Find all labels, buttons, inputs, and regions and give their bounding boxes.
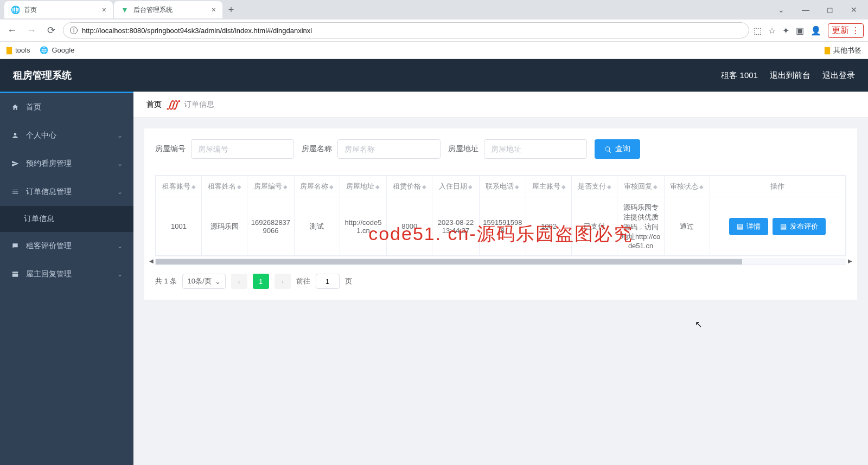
sort-icon: ◆ <box>561 184 566 190</box>
browser-chrome: 🌐 首页 × ▼ 后台管理系统 × + ⌄ — ◻ ✕ ← → ⟳ i http… <box>0 0 868 59</box>
header-front[interactable]: 退出到前台 <box>770 70 810 81</box>
th-status[interactable]: 审核状态◆ <box>664 176 710 197</box>
th-house-no[interactable]: 房屋编号◆ <box>247 176 294 197</box>
submenu-order-info[interactable]: 订单信息 <box>0 206 133 232</box>
reading-list-icon[interactable]: ▣ <box>796 25 804 36</box>
extensions-icon[interactable]: ✦ <box>782 25 789 36</box>
header-right: 租客 1001 退出到前台 退出登录 <box>721 70 855 81</box>
cell-phone: 15915915988 <box>479 197 526 256</box>
back-button[interactable]: ← <box>4 23 20 38</box>
update-badge[interactable]: 更新 ⋮ <box>828 23 864 38</box>
goto-page-input[interactable] <box>316 274 340 289</box>
close-window-icon[interactable]: ✕ <box>846 3 861 16</box>
globe-icon: 🌐 <box>40 46 48 54</box>
publish-review-button[interactable]: ▤ 发布评价 <box>773 218 826 235</box>
menu-reply[interactable]: 屋主回复管理 ⌄ <box>0 260 133 288</box>
pagination-total: 共 1 条 <box>155 276 177 286</box>
data-table: 租客账号◆ 租客姓名◆ 房屋编号◆ 房屋名称◆ 房屋地址◆ 租赁价格◆ 入住日期… <box>156 176 846 256</box>
close-icon[interactable]: × <box>102 5 106 14</box>
cell-rent: 8000 <box>387 197 432 256</box>
detail-icon: ▤ <box>737 222 743 230</box>
pagination: 共 1 条 10条/页 ⌄ ‹ 1 › 前往 页 <box>155 274 846 289</box>
search-field-house-name: 房屋名称 <box>302 139 441 159</box>
minimize-icon[interactable]: — <box>797 3 814 16</box>
bookmark-google[interactable]: 🌐 Google <box>40 46 74 54</box>
input-house-name[interactable] <box>337 139 441 159</box>
horizontal-scrollbar[interactable]: ◀ ▶ <box>155 259 846 265</box>
chevron-down-icon: ⌄ <box>215 277 221 286</box>
th-rent[interactable]: 租赁价格◆ <box>387 176 432 197</box>
th-owner-account[interactable]: 屋主账号◆ <box>526 176 572 197</box>
cell-ops: ▤ 详情 ▤ 发布评价 <box>710 197 845 256</box>
search-field-house-addr: 房屋地址 <box>448 139 587 159</box>
star-icon[interactable]: ☆ <box>768 25 776 36</box>
th-house-addr[interactable]: 房屋地址◆ <box>340 176 386 197</box>
next-page-button[interactable]: › <box>275 274 291 289</box>
header-user[interactable]: 租客 1001 <box>721 70 758 81</box>
th-paid[interactable]: 是否支付◆ <box>572 176 617 197</box>
cell-tenant-account: 1001 <box>156 197 202 256</box>
globe-icon: 🌐 <box>11 5 20 14</box>
breadcrumb-separator-icon: ∭ <box>167 99 178 111</box>
browser-tab-0[interactable]: 🌐 首页 × <box>4 1 113 18</box>
th-phone[interactable]: 联系电话◆ <box>479 176 526 197</box>
th-house-name[interactable]: 房屋名称◆ <box>294 176 340 197</box>
breadcrumb-home[interactable]: 首页 <box>146 100 162 109</box>
menu-appointment[interactable]: 预约看房管理 ⌄ <box>0 150 133 178</box>
detail-button[interactable]: ▤ 详情 <box>729 218 768 235</box>
sort-icon: ◆ <box>283 184 288 190</box>
scrollbar-thumb[interactable] <box>156 259 742 264</box>
home-icon <box>11 104 20 111</box>
sort-icon: ◆ <box>422 184 426 190</box>
review-icon: ▤ <box>780 222 787 230</box>
tab-title: 首页 <box>24 5 37 15</box>
vue-icon: ▼ <box>120 5 129 14</box>
review-icon <box>11 242 20 250</box>
prev-page-button[interactable]: ‹ <box>231 274 247 289</box>
bookmark-tools[interactable]: ▇ tools <box>7 46 30 54</box>
th-checkin[interactable]: 入住日期◆ <box>432 176 479 197</box>
search-button[interactable]: 查询 <box>595 139 640 159</box>
search-row: 房屋编号 房屋名称 房屋地址 查询 <box>155 139 846 159</box>
forward-button[interactable]: → <box>24 23 39 38</box>
chevron-down-icon: ⌄ <box>117 188 123 196</box>
chevron-down-icon: ⌄ <box>117 242 123 250</box>
menu-order[interactable]: 订单信息管理 ⌄ <box>0 178 133 206</box>
th-ops: 操作 <box>710 176 845 197</box>
input-house-no[interactable] <box>191 139 294 159</box>
search-icon <box>604 145 612 153</box>
menu-home[interactable]: 首页 <box>0 93 133 121</box>
scroll-left-icon[interactable]: ◀ <box>149 258 154 264</box>
scroll-right-icon[interactable]: ▶ <box>848 258 852 264</box>
cell-owner-account: 1002 <box>526 197 572 256</box>
breadcrumb: 首页 ∭ 订单信息 <box>133 92 868 118</box>
browser-tab-1[interactable]: ▼ 后台管理系统 × <box>114 1 222 18</box>
url-input[interactable]: i http://localhost:8080/springboot94sk3/… <box>63 22 749 38</box>
search-field-house-no: 房屋编号 <box>155 139 294 159</box>
new-tab-button[interactable]: + <box>224 2 239 17</box>
profile-icon[interactable]: 👤 <box>810 25 821 36</box>
close-icon[interactable]: × <box>212 5 216 14</box>
translate-icon[interactable]: ⬚ <box>754 25 762 36</box>
input-house-addr[interactable] <box>484 139 587 159</box>
menu-personal[interactable]: 个人中心 ⌄ <box>0 121 133 150</box>
site-info-icon[interactable]: i <box>70 27 78 34</box>
sort-icon: ◆ <box>329 184 334 190</box>
page-1-button[interactable]: 1 <box>253 274 269 289</box>
menu-review[interactable]: 租客评价管理 ⌄ <box>0 232 133 260</box>
chevron-down-icon[interactable]: ⌄ <box>774 3 789 16</box>
th-tenant-account[interactable]: 租客账号◆ <box>156 176 202 197</box>
kebab-icon: ⋮ <box>851 25 860 36</box>
page-size-select[interactable]: 10条/页 ⌄ <box>182 274 225 289</box>
main-content: 首页 ∭ 订单信息 房屋编号 房屋名称 房屋地址 <box>133 92 868 465</box>
folder-icon: ▇ <box>7 46 12 54</box>
reload-button[interactable]: ⟳ <box>43 23 59 38</box>
goto-suffix: 页 <box>345 276 352 286</box>
maximize-icon[interactable]: ◻ <box>822 3 838 16</box>
th-tenant-name[interactable]: 租客姓名◆ <box>202 176 247 197</box>
header-logout[interactable]: 退出登录 <box>822 70 855 81</box>
bookmark-other[interactable]: ▇ 其他书签 <box>825 46 861 55</box>
th-reply[interactable]: 审核回复◆ <box>617 176 664 197</box>
cell-reply: 源码乐园专注提供优质源码，访问地址http://code51.cn <box>617 197 664 256</box>
sort-icon: ◆ <box>607 184 611 190</box>
